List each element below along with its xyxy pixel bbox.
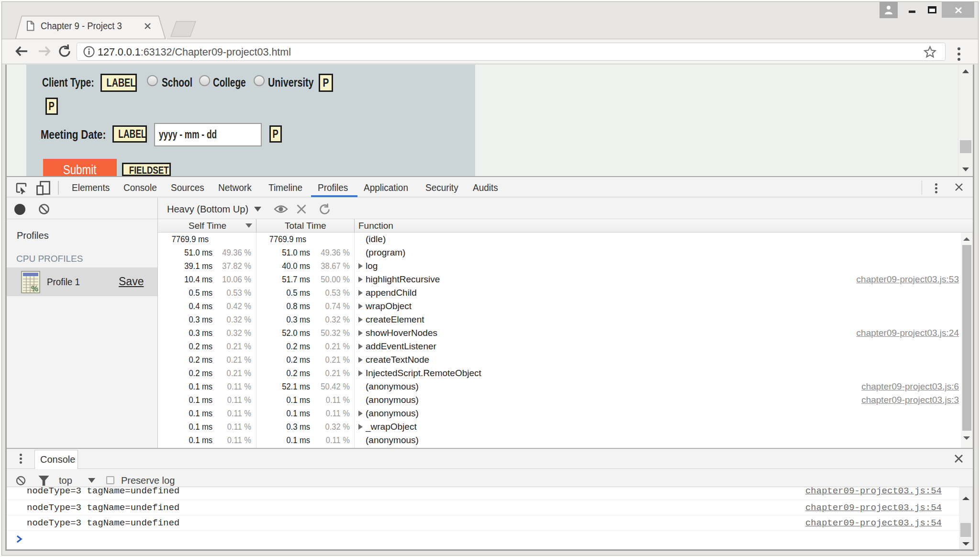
svg-text:%: % <box>31 284 38 293</box>
